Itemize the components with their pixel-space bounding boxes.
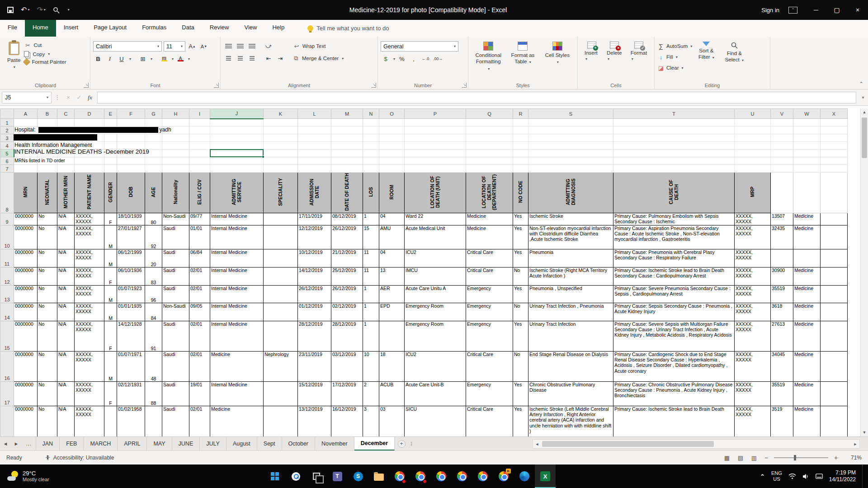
skype-app-button[interactable]: S (348, 465, 368, 488)
cell-N12[interactable]: 11 (363, 267, 379, 286)
cell-I4[interactable] (189, 142, 210, 150)
cell-T5[interactable] (613, 150, 735, 157)
font-size-select[interactable]: 11▾ (164, 41, 185, 52)
cell-X6[interactable] (821, 157, 848, 165)
cell-M7[interactable] (331, 165, 363, 173)
sheet-tab-overflow[interactable]: … (22, 437, 36, 450)
font-name-select[interactable]: Calibri▾ (93, 41, 162, 52)
paste-caret-icon[interactable]: ▾ (14, 65, 15, 69)
cell-V15[interactable]: 27613 (771, 321, 793, 352)
cell-J9[interactable]: Internal Medicine (210, 213, 264, 225)
cell-T18[interactable]: Primary Cause: Ischemic Stroke lead to B… (613, 406, 735, 437)
row-header-12[interactable]: 12 (0, 267, 14, 286)
column-title-Q[interactable]: LOCATION OF DEATH (DEPARTMENT) (466, 173, 513, 213)
cell-C16[interactable]: N/A (57, 352, 75, 382)
column-header-O[interactable]: O (379, 109, 405, 119)
column-title-H[interactable]: Nationality (162, 173, 189, 213)
align-top-button[interactable] (223, 41, 233, 51)
cell-H12[interactable]: Saudi (162, 267, 189, 286)
find-select-button[interactable]: Find & Select ▾ (720, 39, 748, 81)
column-header-K[interactable]: K (264, 109, 298, 119)
cell-R6[interactable] (513, 157, 528, 165)
cell-I3[interactable] (189, 134, 210, 142)
weather-widget[interactable]: 29°C Mostly clear (0, 465, 57, 488)
clipboard-dialog-launcher[interactable]: ↘ (84, 83, 89, 88)
cell-D16[interactable]: XXXXX, XXXXX (75, 352, 104, 382)
cell-C7[interactable] (57, 165, 75, 173)
cell-N1[interactable] (363, 119, 379, 127)
autosum-button[interactable]: ∑AutoSum▾ (657, 41, 692, 51)
cell-X15[interactable] (821, 321, 848, 352)
cell-K7[interactable] (264, 165, 298, 173)
cell-A13[interactable]: 0000000 (14, 286, 38, 303)
zoom-slider[interactable] (774, 457, 828, 458)
taskbar-search-button[interactable] (285, 465, 306, 488)
start-button[interactable] (264, 465, 285, 488)
cell-E1[interactable] (104, 119, 117, 127)
language-indicator[interactable]: ENG US (771, 470, 782, 482)
teams-app-button[interactable]: T (327, 465, 348, 488)
insert-function-button[interactable]: fx (85, 94, 95, 101)
cell-C14[interactable]: N/A (57, 303, 75, 321)
cell-D10[interactable]: XXXXX, XXXXX (75, 225, 104, 249)
sheet-tab-march[interactable]: MARCH (84, 437, 118, 450)
row-header-7[interactable]: 7 (0, 165, 14, 173)
cell-C10[interactable]: N/A (57, 225, 75, 249)
column-title-D[interactable]: PATIENT NAME (75, 173, 104, 213)
format-painter-button[interactable]: Format Painter (24, 59, 66, 65)
column-header-C[interactable]: C (57, 109, 75, 119)
cell-W9[interactable]: Medicine (793, 213, 821, 225)
cell-W13[interactable]: Medicine (793, 286, 821, 303)
cell-X13[interactable] (821, 286, 848, 303)
cell-O6[interactable] (379, 157, 405, 165)
cell-H3[interactable] (162, 134, 189, 142)
insert-cells-button[interactable]: Insert ▾ (580, 39, 603, 81)
row-header-11[interactable]: 11 (0, 249, 14, 267)
cell-R5[interactable] (513, 150, 528, 157)
cell-Q6[interactable] (466, 157, 513, 165)
cell-U10[interactable]: XXXXX, XXXXX (735, 225, 771, 249)
cell-I16[interactable]: 02/01 (189, 352, 210, 382)
sheet-tab-jan[interactable]: JAN (36, 437, 60, 450)
cell-Q2[interactable] (466, 127, 513, 134)
cell-X1[interactable] (821, 119, 848, 127)
cell-E16[interactable]: M (104, 352, 117, 382)
wrap-text-button[interactable]: ↩Wrap Text (293, 42, 326, 50)
maximize-button[interactable]: ▢ (826, 0, 847, 20)
cell-L11[interactable]: 10/12/2019 (298, 249, 331, 267)
sheet-tab-april[interactable]: APRIL (118, 437, 147, 450)
task-view-button[interactable] (306, 465, 327, 488)
zoom-out-button[interactable]: − (763, 454, 769, 461)
cell-I9[interactable]: 09/77 (189, 213, 210, 225)
cell-L1[interactable] (298, 119, 331, 127)
cell-N2[interactable] (363, 127, 379, 134)
cell-O13[interactable]: AER (379, 286, 405, 303)
sheet-tab-june[interactable]: JUNE (172, 437, 200, 450)
cell-A12[interactable]: 0000000 (14, 267, 38, 286)
cell-H10[interactable]: Saudi (162, 225, 189, 249)
cell-D17[interactable]: XXXXX, XXXXX (75, 382, 104, 406)
cell-W3[interactable] (793, 134, 821, 142)
column-header-F[interactable]: F (117, 109, 145, 119)
column-header-M[interactable]: M (331, 109, 363, 119)
cell-S12[interactable]: Ischemic Stroke (Right MCA Territory Acu… (528, 267, 613, 286)
cell-O3[interactable] (379, 134, 405, 142)
cell-C18[interactable]: N/A (57, 406, 75, 437)
zoom-in-button[interactable]: + (833, 454, 839, 461)
ribbon-tab-home[interactable]: Home (25, 20, 56, 37)
sort-filter-button[interactable]: Sort & Filter ▾ (692, 39, 720, 81)
cell-J2[interactable] (210, 127, 264, 134)
cell-B12[interactable]: No (38, 267, 57, 286)
cell-X12[interactable] (821, 267, 848, 286)
cell-V5[interactable] (771, 150, 793, 157)
cell-N5[interactable] (363, 150, 379, 157)
cell-T4[interactable] (613, 142, 735, 150)
cell-D12[interactable]: XXXXX, XXXXX (75, 267, 104, 286)
cell-T7[interactable] (613, 165, 735, 173)
cell-S18[interactable]: Ischemic Stroke (Left Middle Cerebral Ar… (528, 406, 613, 437)
cell-H7[interactable] (162, 165, 189, 173)
cell-L2[interactable] (298, 127, 331, 134)
cancel-formula-button[interactable]: × (63, 94, 74, 101)
clock[interactable]: 7:19 PM 14/11/2022 (829, 469, 856, 483)
cell-Q7[interactable] (466, 165, 513, 173)
